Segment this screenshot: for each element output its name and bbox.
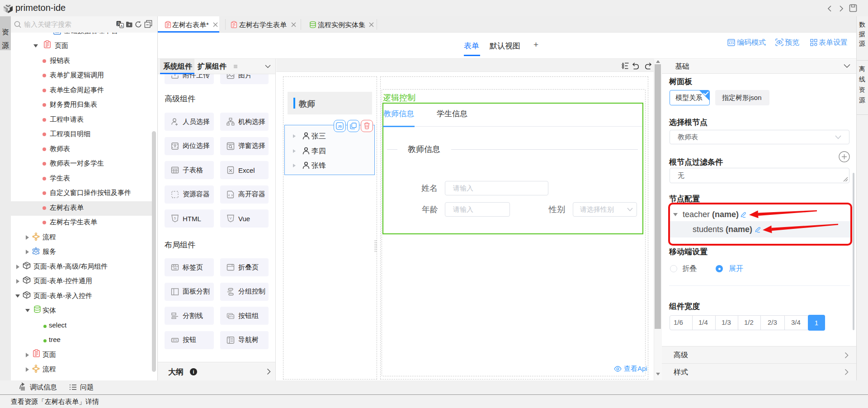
svg-text:JS: JS xyxy=(338,124,342,128)
svg-text:5: 5 xyxy=(174,217,176,220)
svg-text:Tab: Tab xyxy=(173,267,177,270)
svg-text:BTN: BTN xyxy=(173,339,177,342)
svg-text:A: A xyxy=(120,24,123,28)
svg-text:BTN: BTN xyxy=(229,316,233,318)
svg-text:V: V xyxy=(230,217,232,220)
